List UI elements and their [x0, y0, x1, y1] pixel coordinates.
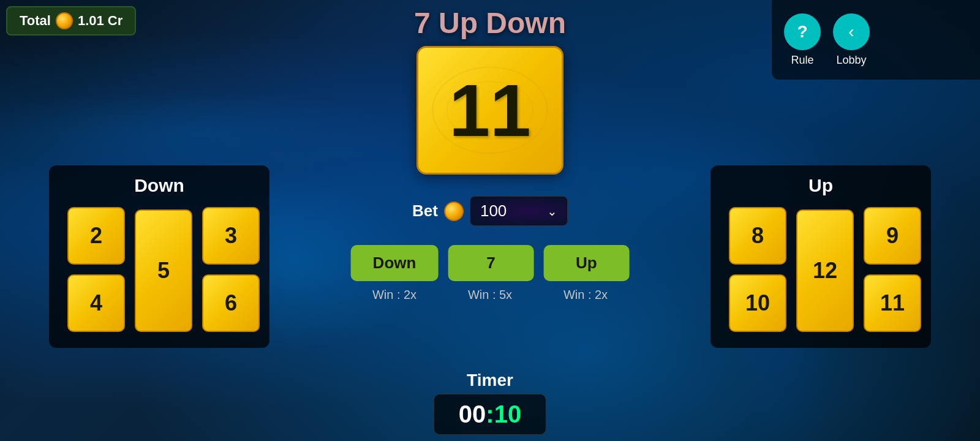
- balance-label: Total: [20, 13, 51, 29]
- up-tile-10[interactable]: 10: [729, 274, 786, 332]
- up-panel: Up 8 12 9 10 11: [710, 165, 931, 348]
- up-tile-11[interactable]: 11: [864, 274, 921, 332]
- seven-win-label: Win : 5x: [447, 288, 533, 302]
- down-tile-3[interactable]: 3: [202, 207, 260, 265]
- up-bet-button[interactable]: Up: [543, 245, 629, 281]
- timer-minutes: 00: [459, 401, 486, 428]
- down-win-label: Win : 2x: [352, 288, 437, 302]
- up-tile-12[interactable]: 12: [796, 209, 854, 332]
- bet-dropdown-arrow[interactable]: ⌄: [547, 204, 557, 219]
- up-panel-title: Up: [725, 175, 916, 196]
- up-win-label: Win : 2x: [543, 288, 628, 302]
- bet-label: Bet: [412, 202, 438, 221]
- bet-coin-icon: [444, 202, 464, 221]
- lobby-icon: ‹: [833, 13, 870, 50]
- rule-icon: ?: [784, 13, 821, 50]
- timer-label: Timer: [467, 371, 513, 390]
- timer-colon: :: [486, 401, 494, 428]
- up-number-grid: 8 12 9 10 11: [725, 203, 916, 338]
- bet-input[interactable]: 100 ⌄: [470, 196, 568, 226]
- game-title: 7 Up Down: [414, 6, 566, 40]
- balance-amount: 1.01 Cr: [78, 13, 123, 29]
- balance-bar: Total 1.01 Cr: [6, 6, 136, 36]
- down-tile-4[interactable]: 4: [67, 274, 125, 332]
- down-tile-5[interactable]: 5: [135, 209, 192, 332]
- coin-icon: [56, 12, 73, 29]
- down-tile-2[interactable]: 2: [67, 207, 125, 265]
- current-number-tile: 11: [417, 46, 564, 175]
- up-tile-8[interactable]: 8: [729, 207, 786, 265]
- lobby-label: Lobby: [836, 54, 866, 67]
- timer-section: Timer 00:10: [434, 371, 546, 435]
- rule-label: Rule: [791, 54, 813, 67]
- timer-value: 00:10: [459, 401, 521, 428]
- down-tile-6[interactable]: 6: [202, 274, 260, 332]
- seven-bet-button[interactable]: 7: [448, 245, 533, 281]
- bet-buttons-row: Down 7 Up: [351, 245, 630, 281]
- down-bet-button[interactable]: Down: [351, 245, 439, 281]
- bet-value: 100: [480, 202, 507, 221]
- bet-row: Bet 100 ⌄: [412, 196, 568, 226]
- timer-seconds: 10: [494, 401, 522, 428]
- down-panel: Down 2 5 3 4 6: [49, 165, 270, 348]
- up-tile-9[interactable]: 9: [864, 207, 921, 265]
- top-right-panel: ? Rule ‹ Lobby: [772, 0, 980, 80]
- down-number-grid: 2 5 3 4 6: [64, 203, 255, 338]
- lobby-button[interactable]: ‹ Lobby: [833, 13, 870, 67]
- rule-button[interactable]: ? Rule: [784, 13, 821, 67]
- timer-display: 00:10: [434, 394, 546, 435]
- win-row: Win : 2x Win : 5x Win : 2x: [352, 288, 628, 302]
- current-number: 11: [449, 74, 530, 147]
- down-panel-title: Down: [64, 175, 255, 196]
